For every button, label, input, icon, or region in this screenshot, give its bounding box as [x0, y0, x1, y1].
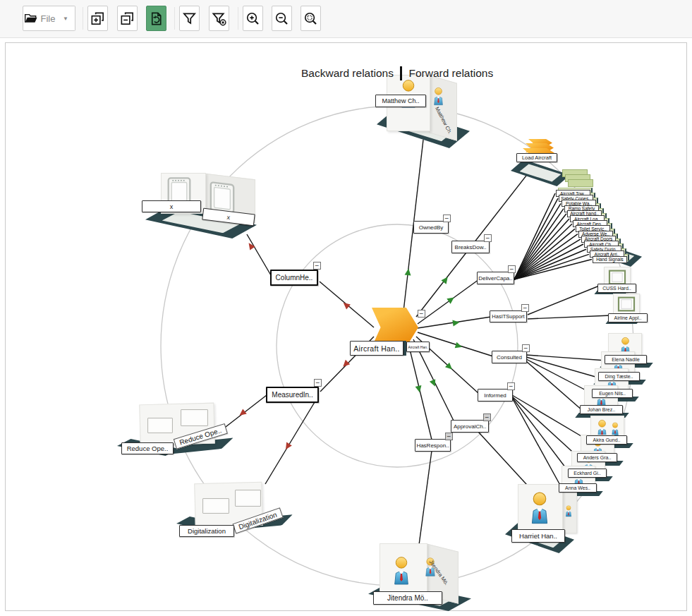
backward-relations-label: Backward relations — [301, 67, 394, 80]
node-label[interactable]: Airline Appl.. — [608, 313, 648, 322]
relation-approvalch[interactable]: ApprovalCh.. — [451, 420, 489, 433]
collapse-box-measuredin[interactable]: − — [314, 379, 322, 387]
goal-icon — [202, 498, 229, 514]
collapse-box-consulted[interactable]: − — [522, 344, 530, 352]
node-face — [613, 294, 640, 315]
node-platform — [511, 159, 570, 186]
goal-icon — [181, 409, 208, 426]
relation-consulted[interactable]: Consulted — [492, 351, 527, 363]
collapse-box-delivercapa[interactable]: − — [508, 265, 516, 273]
collapse-box-hasrespon[interactable]: − — [445, 433, 453, 440]
filter-button[interactable] — [179, 6, 200, 31]
relations-legend: Backward relations Forward relations — [301, 66, 493, 80]
node-label[interactable]: Eugen Nils.. — [592, 389, 633, 398]
toolbar-separator — [83, 7, 83, 30]
forward-relations-label: Forward relations — [408, 67, 493, 80]
relation-breaksdown[interactable]: BreaksDow.. — [451, 241, 490, 253]
file-button-label: File — [41, 13, 56, 24]
collapse-box-informed[interactable]: − — [507, 382, 515, 390]
document-card-icon — [568, 179, 593, 187]
clear-filter-button[interactable] — [209, 6, 229, 31]
collapse-box-breaksdown[interactable]: − — [484, 234, 492, 242]
center-node-label[interactable]: Aircraft Han.. — [350, 341, 403, 356]
relation-measuredin[interactable]: MeasuredIn.. — [266, 387, 319, 403]
collapse-all-button[interactable] — [117, 6, 138, 31]
relation-delivercapa[interactable]: DeliverCapa.. — [477, 272, 514, 284]
toolbar: File ▼ — [0, 0, 692, 38]
goal-icon — [235, 490, 261, 507]
component-icon — [617, 296, 636, 312]
person-icon — [432, 86, 445, 106]
goal-icon — [147, 418, 173, 433]
relation-ownedby[interactable]: OwnedBy — [413, 221, 449, 234]
collapse-box-columnhe[interactable]: − — [313, 262, 321, 270]
zoom-out-button[interactable] — [272, 6, 292, 31]
component-icon — [607, 270, 627, 285]
open-folder-icon — [24, 12, 38, 25]
toolbar-separator — [174, 7, 175, 30]
clear-filter-icon — [211, 11, 227, 27]
node-label[interactable]: Harriet Han.. — [511, 529, 565, 543]
zoom-fit-icon — [303, 11, 319, 27]
node-label[interactable]: Johan Brez.. — [580, 405, 623, 414]
legend-divider — [400, 66, 403, 80]
node-label[interactable]: Elena Nadile — [605, 355, 647, 364]
person-icon — [564, 504, 573, 518]
zoom-fit-button[interactable] — [301, 6, 321, 31]
node-label[interactable]: Ding Tæste.. — [598, 372, 640, 381]
collapse-all-icon — [119, 11, 135, 27]
reset-view-icon — [148, 11, 164, 27]
file-button[interactable]: File — [23, 6, 56, 31]
collapse-box-ownedby[interactable]: − — [443, 215, 451, 222]
node-label[interactable]: Reduce Ope.. — [121, 442, 174, 454]
person-icon — [610, 421, 620, 436]
collapse-box-approvalch[interactable]: − — [483, 413, 491, 421]
person-icon — [528, 490, 552, 525]
stack-item-label[interactable]: Hand Signals — [593, 256, 627, 263]
node-label[interactable]: Jitendra Mö.. — [373, 591, 442, 605]
relation-hasrespon[interactable]: HasRespon.. — [415, 439, 451, 452]
collapse-box-center[interactable]: − — [418, 310, 425, 318]
filter-icon — [181, 11, 198, 27]
node-label[interactable]: Akira Gund.. — [586, 435, 627, 445]
toolbar-separator — [238, 7, 238, 30]
center-node-mini-label[interactable]: Aircraft Han. — [406, 342, 430, 352]
node-label[interactable]: Eckhard Gi.. — [568, 469, 607, 478]
node-label[interactable]: x — [142, 200, 201, 212]
chevron-down-icon: ▼ — [63, 16, 68, 22]
node-label[interactable]: CUSS Hard.. — [597, 284, 636, 293]
person-icon — [391, 555, 412, 586]
node-label[interactable]: Anders Gra.. — [577, 453, 617, 462]
zoom-in-button[interactable] — [243, 6, 263, 31]
relation-informed[interactable]: Informed — [478, 389, 513, 401]
reset-view-button[interactable] — [146, 6, 166, 31]
collapse-box-hasitsupport[interactable]: − — [521, 304, 529, 312]
zoom-out-icon — [274, 11, 290, 27]
node-label[interactable]: Digitalization — [179, 525, 234, 537]
expand-all-button[interactable] — [87, 6, 108, 31]
relation-hasitsupport[interactable]: HasITSupport — [490, 310, 527, 322]
relation-columnhe[interactable]: ColumnHe.. — [270, 270, 318, 286]
node-label[interactable]: Matthew Ch.. — [375, 95, 426, 107]
node-label[interactable]: Anna Wes.. — [559, 483, 597, 493]
node-label[interactable]: Load Aircraft — [516, 153, 557, 162]
zoom-in-icon — [245, 11, 261, 27]
expand-all-icon — [90, 11, 106, 27]
file-dropdown-button[interactable]: ▼ — [56, 6, 75, 31]
relationship-lines-layer — [0, 0, 692, 616]
radial-diagram: Backward relations Forward relations — [0, 0, 692, 616]
